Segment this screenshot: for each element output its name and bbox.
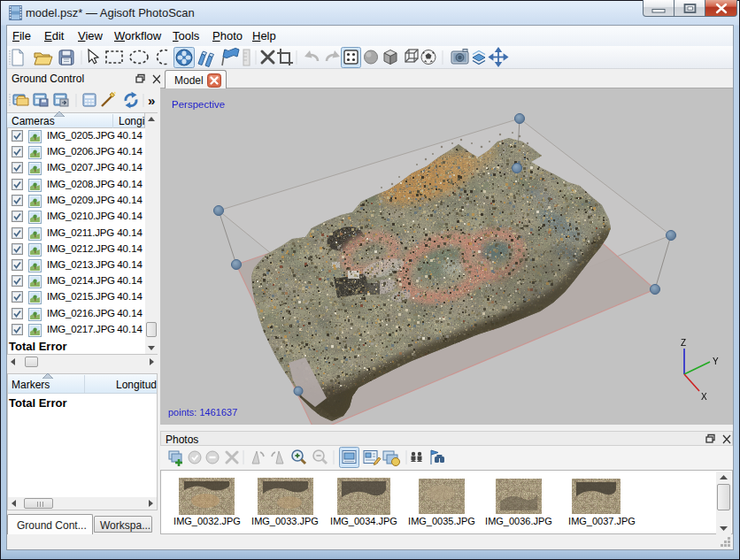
svg-text:X: X (701, 392, 707, 402)
svg-text:IMG_0034.JPG: IMG_0034.JPG (330, 516, 397, 526)
svg-text:points: 1461637: points: 1461637 (168, 407, 237, 418)
svg-text:»: » (148, 93, 155, 108)
svg-text:IMG_0035.JPG: IMG_0035.JPG (408, 516, 475, 526)
svg-text:Perspective: Perspective (172, 99, 225, 110)
svg-text:IMG_0032.JPG: IMG_0032.JPG (173, 516, 241, 526)
svg-text:Z: Z (681, 338, 686, 348)
svg-text:IMG_0036.JPG: IMG_0036.JPG (485, 516, 552, 526)
svg-text:Y: Y (713, 357, 719, 366)
svg-text:IMG_0033.JPG: IMG_0033.JPG (251, 516, 319, 526)
svg-text:IMG_0037.JPG: IMG_0037.JPG (568, 516, 636, 526)
